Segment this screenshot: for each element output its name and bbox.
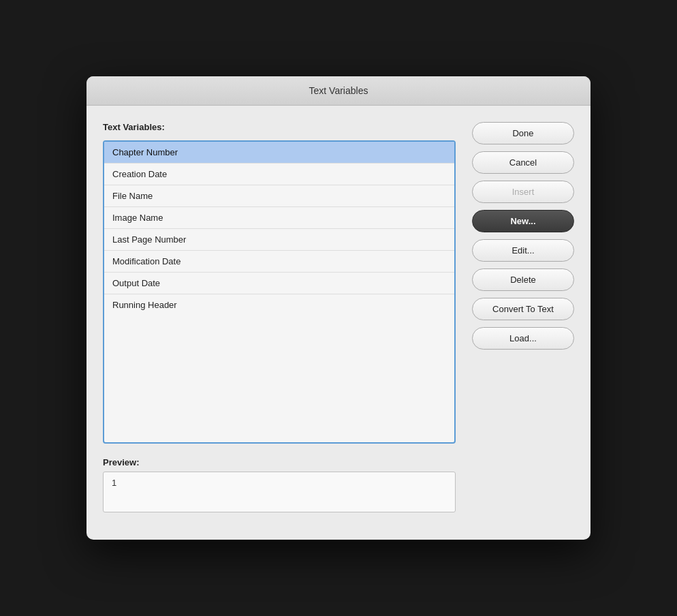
preview-box: 1 [103, 472, 456, 512]
cancel-button[interactable]: Cancel [472, 151, 574, 174]
list-item[interactable]: Chapter Number [104, 142, 454, 164]
text-variables-dialog: Text Variables Text Variables: Chapter N… [86, 76, 591, 540]
done-button[interactable]: Done [472, 122, 574, 144]
list-item[interactable]: Modification Date [104, 251, 454, 273]
dialog-titlebar: Text Variables [86, 76, 591, 106]
list-item[interactable]: Last Page Number [104, 229, 454, 251]
right-panel: Done Cancel Insert New... Edit... Delete… [472, 122, 574, 512]
preview-label: Preview: [103, 457, 456, 467]
list-section-label: Text Variables: [103, 122, 456, 132]
preview-section: Preview: 1 [103, 457, 456, 512]
left-panel: Text Variables: Chapter NumberCreation D… [103, 122, 456, 512]
list-item[interactable]: File Name [104, 185, 454, 207]
insert-button[interactable]: Insert [472, 181, 574, 203]
list-item[interactable]: Creation Date [104, 164, 454, 185]
convert-to-text-button[interactable]: Convert To Text [472, 298, 574, 320]
dialog-footer [86, 529, 591, 540]
dialog-title: Text Variables [309, 85, 368, 96]
new-button[interactable]: New... [472, 210, 574, 232]
dialog-content: Text Variables: Chapter NumberCreation D… [86, 106, 591, 529]
text-variables-list: Chapter NumberCreation DateFile NameImag… [103, 140, 456, 444]
load-button[interactable]: Load... [472, 327, 574, 350]
list-item[interactable]: Running Header [104, 294, 454, 315]
list-item[interactable]: Image Name [104, 207, 454, 229]
list-item[interactable]: Output Date [104, 273, 454, 294]
edit-button[interactable]: Edit... [472, 239, 574, 262]
delete-button[interactable]: Delete [472, 268, 574, 291]
